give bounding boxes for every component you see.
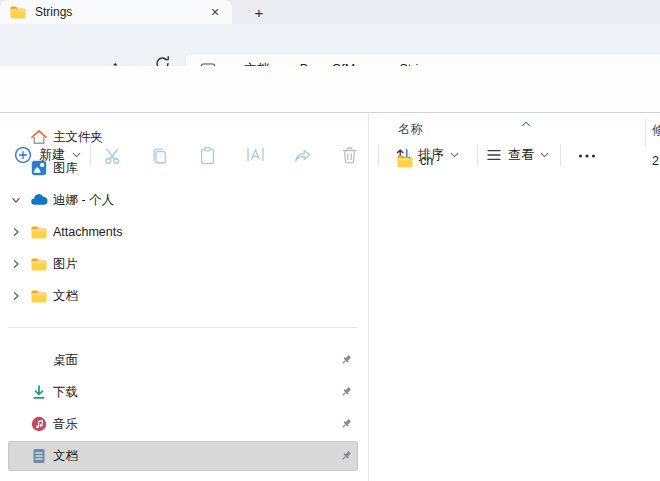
pin-icon xyxy=(340,354,352,366)
sidebar-item-pictures[interactable]: 图片 xyxy=(8,249,358,279)
tab-title: Strings xyxy=(35,5,204,19)
chevron-right-icon[interactable] xyxy=(8,259,30,269)
column-header-date-clipped[interactable]: 修改日期 xyxy=(652,122,660,139)
file-row-cn[interactable]: cn xyxy=(389,147,639,175)
file-name: cn xyxy=(420,154,433,168)
pin-icon xyxy=(340,386,352,398)
file-explorer-window: Strings × + ← → ↑ › 文档 › DawnOfMan › Str… xyxy=(0,0,660,481)
tab-strings[interactable]: Strings × xyxy=(0,0,232,24)
sidebar-item-label: 文档 xyxy=(53,288,78,305)
folder-icon xyxy=(30,226,48,239)
chevron-down-icon[interactable] xyxy=(8,195,30,205)
sidebar-item-downloads[interactable]: 下载 xyxy=(8,377,358,407)
column-header-name[interactable]: 名称 xyxy=(398,121,423,138)
sidebar-item-label: 文档 xyxy=(53,448,78,465)
sidebar-item-label: 音乐 xyxy=(53,416,78,433)
file-date-clipped: 2 xyxy=(652,154,660,168)
new-tab-button[interactable]: + xyxy=(246,2,272,22)
desktop-icon xyxy=(30,354,48,367)
sort-ascending-icon xyxy=(521,113,531,131)
chevron-right-icon[interactable] xyxy=(8,227,30,237)
sidebar-item-home[interactable]: 主文件夹 xyxy=(8,122,358,152)
sidebar-item-music[interactable]: 音乐 xyxy=(8,409,358,439)
sidebar-main-separator xyxy=(368,113,369,481)
folder-icon xyxy=(10,6,26,19)
sidebar-item-label: 图库 xyxy=(53,160,78,177)
music-icon xyxy=(30,416,48,432)
gallery-icon xyxy=(30,160,48,176)
toolbar-divider xyxy=(378,144,379,166)
sidebar-item-gallery[interactable]: 图库 xyxy=(8,153,358,183)
pin-icon xyxy=(340,418,352,430)
pin-icon xyxy=(340,450,352,462)
command-toolbar: 新建 xyxy=(0,66,660,113)
document-icon xyxy=(30,448,48,464)
sidebar-divider xyxy=(8,327,358,328)
chevron-right-icon[interactable] xyxy=(8,291,30,301)
column-separator[interactable] xyxy=(645,119,646,146)
navigation-bar: ← → ↑ › 文档 › DawnOfMan › Strings › xyxy=(0,24,660,66)
close-tab-button[interactable]: × xyxy=(204,3,226,21)
onedrive-icon xyxy=(30,194,48,206)
sidebar-item-attachments[interactable]: Attachments xyxy=(8,217,358,247)
sidebar-item-desktop[interactable]: 桌面 xyxy=(8,345,358,375)
sidebar-item-documents-onedrive[interactable]: 文档 xyxy=(8,281,358,311)
sidebar-item-label: 图片 xyxy=(53,256,78,273)
sidebar-item-label: 下载 xyxy=(53,384,78,401)
folder-icon xyxy=(397,155,413,168)
folder-icon xyxy=(30,258,48,271)
tab-bar: Strings × + xyxy=(0,0,660,24)
sidebar-item-label: 桌面 xyxy=(53,352,78,369)
sidebar-item-label: Attachments xyxy=(53,225,122,239)
sidebar-item-label: 主文件夹 xyxy=(53,129,103,146)
download-icon xyxy=(30,384,48,400)
sidebar-item-label: 迪娜 - 个人 xyxy=(53,192,114,209)
sidebar-item-onedrive[interactable]: 迪娜 - 个人 xyxy=(8,185,358,215)
sidebar-item-documents-selected[interactable]: 文档 xyxy=(8,441,358,471)
home-icon xyxy=(30,129,48,145)
folder-icon xyxy=(30,290,48,303)
